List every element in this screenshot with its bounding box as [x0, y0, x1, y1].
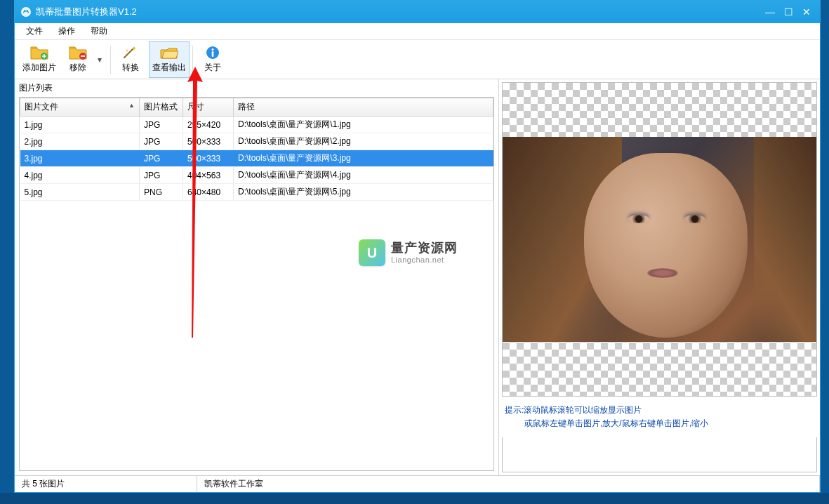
menu-operate[interactable]: 操作 [51, 23, 82, 39]
status-count: 共 5 张图片 [15, 476, 197, 492]
cell-size: 640×480 [183, 184, 234, 201]
cell-file: 2.jpg [20, 133, 140, 150]
cell-path: D:\tools\桌面\量产资源网\2.jpg [234, 133, 493, 150]
table-row[interactable]: 3.jpgJPG500×333D:\tools\桌面\量产资源网\3.jpg [20, 150, 493, 167]
minimize-button[interactable]: — [762, 5, 778, 19]
titlebar[interactable]: 凯蒂批量图片转换器V1.2 — ☐ ✕ [15, 1, 820, 23]
menu-file[interactable]: 文件 [19, 23, 50, 39]
cell-format: JPG [140, 117, 183, 133]
about-label: 关于 [204, 62, 221, 74]
app-icon [20, 6, 32, 18]
tip-line-2: 或鼠标左键单击图片,放大/鼠标右键单击图片,缩小 [505, 417, 814, 430]
folder-remove-icon [69, 45, 87, 60]
table-row[interactable]: 4.jpgJPG404×563D:\tools\桌面\量产资源网\4.jpg [20, 167, 493, 184]
cell-path: D:\tools\桌面\量产资源网\4.jpg [234, 167, 493, 184]
preview-image[interactable] [503, 137, 816, 342]
cell-file: 1.jpg [20, 117, 140, 133]
preview-box[interactable] [502, 82, 817, 397]
right-lower-panel [502, 437, 817, 472]
remove-dropdown[interactable]: ▾ [95, 41, 105, 78]
window-controls: — ☐ ✕ [762, 5, 814, 19]
cell-size: 500×333 [183, 133, 234, 150]
menubar: 文件 操作 帮助 [15, 23, 820, 40]
svg-point-0 [21, 7, 31, 17]
preview-eye-right [684, 215, 705, 223]
add-image-label: 添加图片 [22, 62, 56, 74]
cell-size: 295×420 [183, 117, 234, 133]
sort-asc-icon: ▲ [128, 102, 135, 109]
cell-size: 500×333 [183, 150, 234, 167]
desktop-background-left [0, 0, 14, 504]
preview-hair-right [754, 137, 816, 342]
window-title: 凯蒂批量图片转换器V1.2 [36, 6, 762, 18]
col-file[interactable]: 图片文件▲ [20, 98, 140, 117]
info-icon [204, 45, 222, 60]
app-window: 凯蒂批量图片转换器V1.2 — ☐ ✕ 文件 操作 帮助 添加图片 移除 ▾ 转… [14, 0, 821, 493]
view-output-button[interactable]: 查看输出 [149, 41, 190, 78]
convert-button[interactable]: 转换 [114, 41, 147, 78]
folder-add-icon [30, 45, 48, 60]
left-pane: 图片列表 图片文件▲ 图片格式 尺寸 路径 1.jpgJPG295×420D:\… [15, 79, 499, 475]
cell-format: JPG [140, 150, 183, 167]
image-table: 图片文件▲ 图片格式 尺寸 路径 1.jpgJPG295×420D:\tools… [20, 98, 493, 201]
status-studio: 凯蒂软件工作室 [197, 476, 820, 492]
cell-size: 404×563 [183, 167, 234, 184]
col-size[interactable]: 尺寸 [183, 98, 234, 117]
cell-format: JPG [140, 133, 183, 150]
wand-icon [121, 45, 140, 60]
view-output-label: 查看输出 [152, 62, 186, 74]
tip-line-1: 提示:滚动鼠标滚轮可以缩放显示图片 [505, 404, 814, 417]
col-path[interactable]: 路径 [234, 98, 493, 117]
convert-label: 转换 [122, 62, 139, 74]
preview-eye-left [628, 215, 649, 223]
cell-path: D:\tools\桌面\量产资源网\3.jpg [234, 150, 493, 167]
svg-point-1 [24, 10, 25, 11]
svg-point-2 [27, 10, 28, 11]
table-row[interactable]: 2.jpgJPG500×333D:\tools\桌面\量产资源网\2.jpg [20, 133, 493, 150]
cell-format: PNG [140, 184, 183, 201]
toolbar-separator [110, 46, 111, 74]
desktop-background-right [821, 0, 829, 504]
col-file-label: 图片文件 [25, 102, 58, 112]
tips-text: 提示:滚动鼠标滚轮可以缩放显示图片 或鼠标左键单击图片,放大/鼠标右键单击图片,… [502, 397, 817, 437]
toolbar-separator-2 [192, 46, 193, 74]
remove-button[interactable]: 移除 [61, 41, 95, 78]
image-table-container: 图片文件▲ 图片格式 尺寸 路径 1.jpgJPG295×420D:\tools… [19, 97, 494, 471]
table-row[interactable]: 5.jpgPNG640×480D:\tools\桌面\量产资源网\5.jpg [20, 184, 493, 201]
svg-point-6 [212, 48, 214, 51]
remove-label: 移除 [69, 62, 86, 74]
svg-rect-7 [212, 51, 214, 57]
close-button[interactable]: ✕ [799, 5, 814, 19]
table-row[interactable]: 1.jpgJPG295×420D:\tools\桌面\量产资源网\1.jpg [20, 117, 493, 133]
preview-lips [647, 268, 678, 278]
add-image-button[interactable]: 添加图片 [19, 41, 60, 78]
folder-open-icon [160, 45, 178, 60]
list-caption: 图片列表 [15, 79, 498, 97]
cell-path: D:\tools\桌面\量产资源网\5.jpg [234, 184, 493, 201]
cell-path: D:\tools\桌面\量产资源网\1.jpg [234, 117, 493, 133]
about-button[interactable]: 关于 [196, 41, 230, 78]
content-area: 图片列表 图片文件▲ 图片格式 尺寸 路径 1.jpgJPG295×420D:\… [15, 79, 820, 475]
cell-file: 5.jpg [20, 184, 140, 201]
toolbar: 添加图片 移除 ▾ 转换 查看输出 关于 [15, 40, 820, 79]
menu-help[interactable]: 帮助 [84, 23, 114, 39]
cell-file: 3.jpg [20, 150, 140, 167]
cell-file: 4.jpg [20, 167, 140, 184]
desktop-background-bottom [0, 493, 829, 504]
preview-face [584, 153, 747, 338]
statusbar: 共 5 张图片 凯蒂软件工作室 [15, 475, 820, 492]
col-format[interactable]: 图片格式 [140, 98, 183, 117]
right-pane: 提示:滚动鼠标滚轮可以缩放显示图片 或鼠标左键单击图片,放大/鼠标右键单击图片,… [499, 79, 820, 475]
maximize-button[interactable]: ☐ [781, 5, 796, 19]
cell-format: JPG [140, 167, 183, 184]
